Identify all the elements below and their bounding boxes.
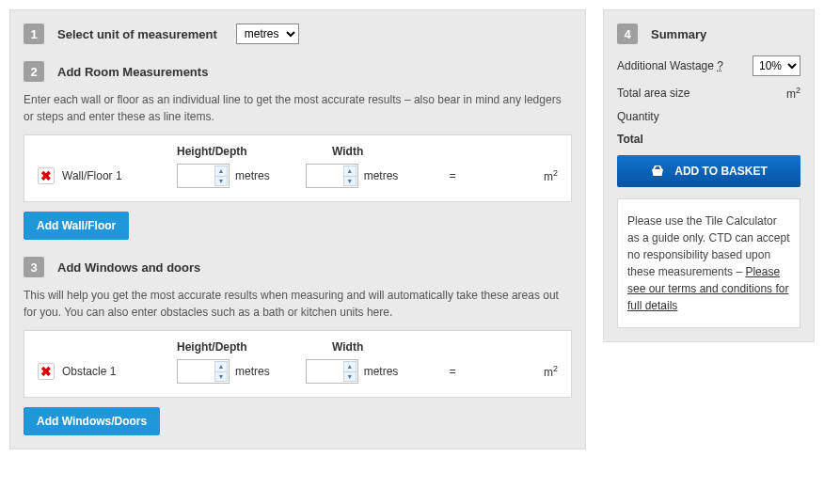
obstacle-width-unit: metres bbox=[364, 365, 399, 378]
room-width-input-wrap: ▲ ▼ bbox=[306, 164, 358, 188]
room-result: m2 bbox=[544, 168, 558, 183]
step-3-number: 3 bbox=[24, 257, 44, 277]
quantity-label: Quantity bbox=[617, 110, 659, 123]
area-value: m2 bbox=[786, 86, 800, 101]
obstacle-width-spinner: ▲ ▼ bbox=[343, 361, 357, 382]
step-3-title: Add Windows and doors bbox=[57, 260, 200, 275]
obstacle-width-down-icon[interactable]: ▼ bbox=[343, 371, 357, 383]
step-3: 3 Add Windows and doors This will help y… bbox=[24, 257, 572, 435]
unit-select[interactable]: metres bbox=[236, 24, 299, 44]
obstacle-table: Height/Depth Width ✖ Obstacle 1 ▲ ▼ metr… bbox=[24, 330, 572, 398]
room-column-headers: Height/Depth Width bbox=[38, 145, 558, 158]
add-wall-floor-button[interactable]: Add Wall/Floor bbox=[24, 212, 129, 240]
obstacle-height-down-icon[interactable]: ▼ bbox=[214, 371, 228, 383]
room-height-unit: metres bbox=[235, 169, 270, 182]
room-col-height: Height/Depth bbox=[177, 145, 332, 158]
room-row-label: Wall/Floor 1 bbox=[62, 169, 177, 182]
room-width-up-icon[interactable]: ▲ bbox=[343, 165, 357, 176]
obstacle-width-input-wrap: ▲ ▼ bbox=[306, 359, 358, 384]
disclaimer-box: Please use the Tile Calculator as a guid… bbox=[617, 198, 800, 328]
obstacle-height-input-wrap: ▲ ▼ bbox=[177, 359, 230, 384]
step-2-number: 2 bbox=[24, 61, 44, 82]
obstacle-row-1: ✖ Obstacle 1 ▲ ▼ metres ▲ bbox=[38, 359, 558, 384]
step-4-number: 4 bbox=[617, 24, 638, 44]
room-width-down-icon[interactable]: ▼ bbox=[343, 176, 357, 187]
wastage-select-wrap: 10% bbox=[753, 55, 800, 76]
obstacle-col-height: Height/Depth bbox=[177, 340, 332, 354]
room-row-1: ✖ Wall/Floor 1 ▲ ▼ metres ▲ bbox=[38, 164, 558, 188]
room-height-up-icon[interactable]: ▲ bbox=[214, 165, 228, 176]
room-width-spinner: ▲ ▼ bbox=[343, 165, 357, 186]
step-3-header: 3 Add Windows and doors bbox=[24, 257, 572, 277]
step-1-number: 1 bbox=[24, 24, 44, 44]
unit-select-wrap: metres bbox=[236, 24, 299, 44]
area-row: Total area size m2 bbox=[617, 86, 800, 101]
add-to-basket-button[interactable]: ADD TO BASKET bbox=[617, 155, 800, 187]
add-windows-doors-button[interactable]: Add Windows/Doors bbox=[24, 407, 160, 435]
step-4-header: 4 Summary bbox=[617, 24, 800, 44]
room-height-input-wrap: ▲ ▼ bbox=[177, 164, 230, 188]
delete-room-icon[interactable]: ✖ bbox=[38, 167, 55, 184]
obstacle-col-width: Width bbox=[332, 340, 487, 354]
step-1-title: Select unit of measurement bbox=[57, 27, 217, 41]
total-row: Total bbox=[617, 133, 800, 146]
room-table: Height/Depth Width ✖ Wall/Floor 1 ▲ ▼ me… bbox=[24, 134, 572, 202]
wastage-row: Additional Wastage ? 10% bbox=[617, 55, 800, 76]
obstacle-height-unit: metres bbox=[235, 365, 270, 378]
room-height-spinner: ▲ ▼ bbox=[214, 165, 228, 186]
step-2-title: Add Room Measurements bbox=[57, 65, 208, 79]
basket-icon bbox=[650, 165, 665, 178]
obstacle-equals: = bbox=[434, 365, 471, 378]
room-height-down-icon[interactable]: ▼ bbox=[214, 176, 228, 187]
wastage-select[interactable]: 10% bbox=[753, 55, 800, 76]
total-label: Total bbox=[617, 133, 643, 146]
step-1-header: 1 Select unit of measurement metres bbox=[24, 24, 572, 44]
room-width-unit: metres bbox=[364, 169, 399, 182]
room-equals: = bbox=[434, 169, 471, 182]
obstacle-width-up-icon[interactable]: ▲ bbox=[343, 361, 357, 371]
step-2-description: Enter each wall or floor as an individua… bbox=[24, 91, 572, 125]
obstacle-height-up-icon[interactable]: ▲ bbox=[214, 361, 228, 371]
basket-button-label: ADD TO BASKET bbox=[674, 165, 767, 178]
wastage-help-icon[interactable]: ? bbox=[717, 59, 723, 72]
obstacle-column-headers: Height/Depth Width bbox=[38, 340, 558, 354]
step-4-title: Summary bbox=[651, 27, 706, 41]
obstacle-result: m2 bbox=[544, 364, 558, 379]
step-1: 1 Select unit of measurement metres bbox=[24, 24, 572, 44]
obstacle-row-label: Obstacle 1 bbox=[62, 365, 177, 378]
delete-obstacle-icon[interactable]: ✖ bbox=[38, 363, 55, 380]
quantity-row: Quantity bbox=[617, 110, 800, 123]
room-col-width: Width bbox=[332, 145, 487, 158]
step-2-header: 2 Add Room Measurements bbox=[24, 61, 572, 82]
obstacle-height-spinner: ▲ ▼ bbox=[214, 361, 228, 382]
step-3-description: This will help you get the most accurate… bbox=[24, 287, 572, 321]
area-label: Total area size bbox=[617, 87, 689, 100]
step-2: 2 Add Room Measurements Enter each wall … bbox=[24, 61, 572, 240]
main-panel: 1 Select unit of measurement metres 2 Ad… bbox=[9, 9, 586, 449]
summary-panel: 4 Summary Additional Wastage ? 10% Total… bbox=[603, 9, 815, 342]
wastage-label: Additional Wastage ? bbox=[617, 59, 723, 72]
tile-calculator: 1 Select unit of measurement metres 2 Ad… bbox=[9, 9, 815, 449]
